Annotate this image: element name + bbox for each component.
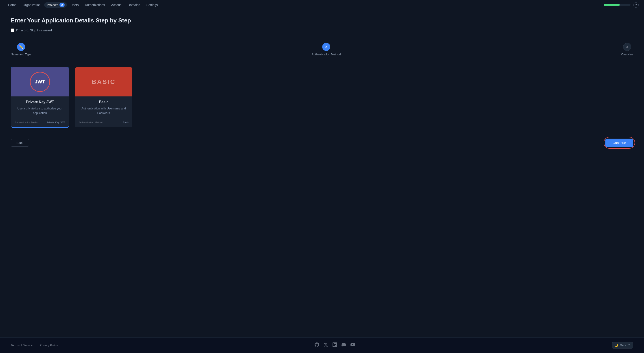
jwt-card-desc: Use a private key to authorize your appl…	[15, 106, 65, 115]
nav-actions[interactable]: Actions	[108, 2, 124, 8]
jwt-circle-icon: JWT	[30, 72, 50, 92]
continue-button[interactable]: Continue	[606, 139, 633, 147]
basic-card-header: BASIC	[75, 67, 132, 96]
basic-card[interactable]: BASIC Basic Authentication with Username…	[74, 67, 133, 128]
step-3-circle: 3	[623, 43, 631, 51]
skip-wizard-checkbox[interactable]	[11, 28, 14, 32]
step-1-label: Name and Type	[11, 53, 32, 56]
main-content: Enter Your Application Details Step by S…	[0, 10, 644, 337]
theme-moon-icon: 🌙	[614, 344, 618, 347]
nav-settings[interactable]: Settings	[144, 2, 160, 8]
basic-card-footer: Authentication Method Basic	[78, 119, 129, 124]
nav-users[interactable]: Users	[68, 2, 82, 8]
jwt-footer-value: Private Key JWT	[47, 121, 65, 124]
theme-chevron-icon: ⌃	[628, 344, 630, 347]
jwt-card-header: JWT	[11, 67, 69, 96]
basic-footer-value: Basic	[123, 121, 129, 124]
back-button[interactable]: Back	[11, 139, 29, 147]
progress-bar-container	[604, 4, 630, 5]
basic-card-desc: Authentication with Username and Passwor…	[78, 106, 129, 115]
nav-home[interactable]: Home	[6, 2, 19, 8]
help-button[interactable]: ?	[633, 2, 638, 8]
jwt-card-title: Private Key JWT	[15, 100, 65, 104]
nav-domains[interactable]: Domains	[125, 2, 143, 8]
continue-wrapper: Continue	[606, 139, 633, 147]
progress-bar-fill	[604, 4, 620, 5]
nav-organization[interactable]: Organization	[20, 2, 43, 8]
privacy-policy-link[interactable]: Privacy Policy	[40, 344, 58, 347]
jwt-card-footer: Authentication Method Private Key JWT	[15, 119, 65, 124]
step-3: 3 Overview	[621, 43, 633, 56]
buttons-row: Back Continue	[11, 139, 633, 147]
step-2-label: Authentication Method	[312, 53, 340, 56]
basic-card-body: Basic Authentication with Username and P…	[75, 96, 132, 127]
nav-authorizations[interactable]: Authorizations	[82, 2, 108, 8]
jwt-card[interactable]: JWT Private Key JWT Use a private key to…	[11, 67, 69, 128]
nav-right: ?	[604, 2, 638, 8]
navbar: Home Organization Projects 2 Users Autho…	[0, 0, 644, 10]
jwt-circle-text: JWT	[35, 79, 45, 85]
step-connector-2	[342, 47, 619, 47]
github-icon[interactable]	[314, 343, 319, 348]
theme-label: Dark	[620, 344, 626, 347]
step-2: 2 Authentication Method	[312, 43, 340, 56]
step-3-number: 3	[626, 45, 628, 49]
basic-header-text: BASIC	[92, 78, 116, 85]
twitter-icon[interactable]	[324, 343, 328, 348]
nav-projects-label: Projects	[47, 3, 58, 7]
page-title: Enter Your Application Details Step by S…	[11, 17, 633, 24]
basic-card-title: Basic	[78, 100, 129, 104]
step-1: ✏️ Name and Type	[11, 43, 32, 56]
theme-toggle[interactable]: 🌙 Dark ⌃	[612, 342, 633, 349]
basic-footer-label: Authentication Method	[78, 121, 103, 124]
skip-wizard-row: I'm a pro. Skip this wizard.	[11, 28, 633, 32]
step-3-label: Overview	[621, 53, 633, 56]
social-icons	[314, 343, 355, 348]
stepper: ✏️ Name and Type 2 Authentication Method…	[11, 43, 633, 56]
step-1-circle: ✏️	[17, 43, 25, 51]
auth-cards-container: JWT Private Key JWT Use a private key to…	[11, 67, 633, 128]
youtube-icon[interactable]	[350, 343, 355, 348]
terms-of-service-link[interactable]: Terms of Service	[11, 344, 32, 347]
step-connector-1	[33, 47, 310, 47]
nav-projects[interactable]: Projects 2	[44, 2, 67, 8]
discord-icon[interactable]	[342, 343, 346, 348]
step-1-icon: ✏️	[19, 45, 23, 49]
footer-links: Terms of Service Privacy Policy	[11, 344, 58, 347]
nav-projects-badge: 2	[60, 3, 64, 7]
step-2-number: 2	[325, 45, 327, 49]
step-2-circle: 2	[322, 43, 330, 51]
skip-wizard-label[interactable]: I'm a pro. Skip this wizard.	[16, 28, 53, 32]
jwt-footer-label: Authentication Method	[15, 121, 39, 124]
linkedin-icon[interactable]	[332, 343, 337, 348]
jwt-card-body: Private Key JWT Use a private key to aut…	[11, 96, 69, 127]
footer: Terms of Service Privacy Policy	[0, 337, 644, 353]
